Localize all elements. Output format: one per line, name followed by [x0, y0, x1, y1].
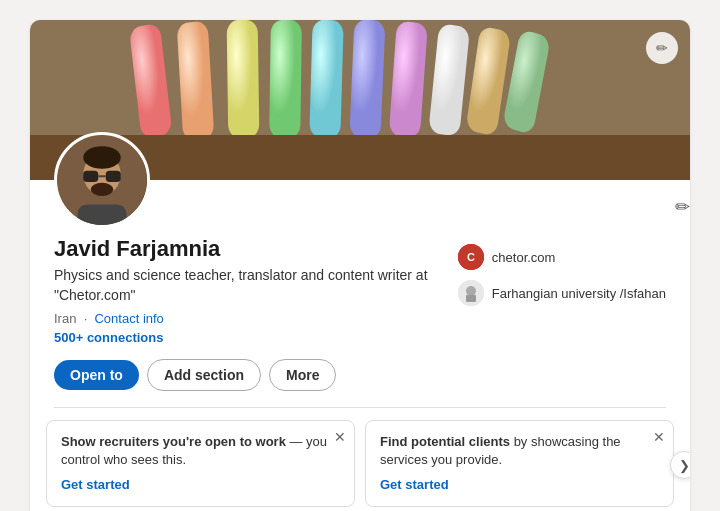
svg-rect-5: [269, 20, 302, 138]
company-row-university: Farhangian university /Isfahan: [458, 280, 666, 306]
svg-rect-7: [349, 20, 385, 139]
profile-location: Iran · Contact info: [54, 311, 458, 326]
svg-rect-6: [309, 20, 343, 139]
profile-left: Javid Farjamnia Physics and science teac…: [54, 236, 458, 391]
edit-cover-button[interactable]: ✏: [646, 32, 678, 64]
edit-profile-icon: ✏: [675, 197, 690, 217]
chetor-logo: C: [458, 244, 484, 270]
close-icon-2: ✕: [653, 429, 665, 445]
svg-rect-19: [106, 171, 121, 182]
promo-card-clients: ✕ Find potential clients by showcasing t…: [365, 420, 674, 507]
profile-name: Javid Farjamnia: [54, 236, 458, 262]
profile-info-row: Javid Farjamnia Physics and science teac…: [54, 236, 666, 391]
avatar-wrapper: [54, 132, 150, 228]
svg-rect-22: [78, 204, 127, 228]
avatar: [54, 132, 150, 228]
promo-cards-row: ✕ Show recruiters you're open to work — …: [30, 408, 690, 511]
action-buttons: Open to Add section More: [54, 359, 458, 391]
chetor-name: chetor.com: [492, 250, 556, 265]
add-section-button[interactable]: Add section: [147, 359, 261, 391]
profile-section: ✏ Javid Farjamnia Physics and science te…: [30, 180, 690, 407]
chevron-right-icon: ❯: [679, 458, 690, 473]
close-recruiters-card[interactable]: ✕: [334, 429, 346, 445]
profile-right: C chetor.com Farhangian university /Isfa…: [458, 236, 666, 306]
promo-card-title-2: Find potential clients: [380, 434, 510, 449]
svg-point-26: [466, 286, 476, 296]
svg-point-17: [83, 146, 121, 169]
edit-profile-button[interactable]: ✏: [675, 196, 690, 218]
edit-cover-icon: ✏: [656, 40, 668, 56]
svg-rect-18: [83, 171, 98, 182]
promo-card-recruiters: ✕ Show recruiters you're open to work — …: [46, 420, 355, 507]
svg-text:C: C: [467, 251, 475, 263]
svg-rect-4: [227, 20, 260, 138]
get-started-link-2[interactable]: Get started: [380, 476, 659, 494]
more-button[interactable]: More: [269, 359, 336, 391]
next-arrow-button[interactable]: ❯: [670, 451, 690, 479]
connections-link[interactable]: 500+ connections: [54, 330, 458, 345]
contact-info-link[interactable]: Contact info: [94, 311, 163, 326]
company-row-chetor: C chetor.com: [458, 244, 666, 270]
profile-card: ✏: [30, 20, 690, 511]
close-icon: ✕: [334, 429, 346, 445]
svg-point-21: [91, 183, 114, 196]
promo-card-title-1: Show recruiters you're open to work: [61, 434, 286, 449]
university-name: Farhangian university /Isfahan: [492, 286, 666, 301]
svg-rect-27: [466, 295, 476, 302]
close-clients-card[interactable]: ✕: [653, 429, 665, 445]
get-started-link-1[interactable]: Get started: [61, 476, 340, 494]
university-logo: [458, 280, 484, 306]
profile-headline: Physics and science teacher, translator …: [54, 266, 458, 305]
open-to-button[interactable]: Open to: [54, 360, 139, 390]
